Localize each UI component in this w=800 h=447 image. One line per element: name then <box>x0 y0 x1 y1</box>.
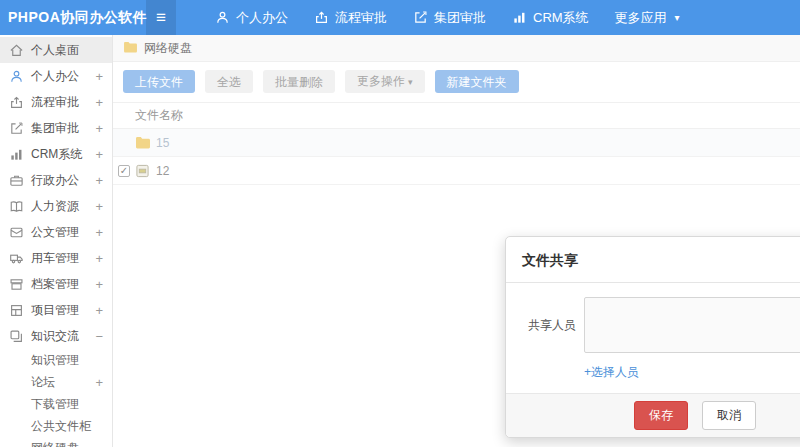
sidebar-item-label: 档案管理 <box>31 276 79 293</box>
expand-toggle[interactable]: + <box>95 303 103 318</box>
breadcrumb: 网络硬盘 <box>113 35 800 62</box>
expand-toggle[interactable]: + <box>95 121 103 136</box>
sidebar-item-label: 行政办公 <box>31 172 79 189</box>
column-header-filename: 文件名称 <box>135 107 183 124</box>
save-button[interactable]: 保存 <box>634 401 688 430</box>
folder-icon <box>135 136 151 150</box>
sidebar-item-admin-office[interactable]: 行政办公 + <box>0 167 112 193</box>
sidebar-item-label: 知识交流 <box>31 328 79 345</box>
topnav-personal-office[interactable]: 个人办公 <box>202 0 301 35</box>
sidebar-item-project-mgmt[interactable]: 项目管理 + <box>0 297 112 323</box>
sidebar-item-knowledge[interactable]: 知识交流 − <box>0 323 112 349</box>
expand-toggle[interactable]: + <box>95 69 103 84</box>
table-row[interactable]: 15 <box>113 129 800 157</box>
top-navigation: 个人办公 流程审批 集团审批 <box>202 0 693 35</box>
expand-toggle[interactable]: + <box>95 147 103 162</box>
topnav-group-approval[interactable]: 集团审批 <box>400 0 499 35</box>
project-icon <box>9 303 24 318</box>
sidebar-item-label: 公文管理 <box>31 224 79 241</box>
file-name-link[interactable]: 15 <box>156 136 169 150</box>
file-toolbar: 上传文件 全选 批量删除 更多操作▾ 新建文件夹 <box>113 62 800 102</box>
more-actions-label: 更多操作 <box>357 74 405 88</box>
sidebar-item-label: 人力资源 <box>31 198 79 215</box>
file-table: 文件名称 15 ✓ <box>113 102 800 185</box>
folder-icon <box>123 41 138 56</box>
sidebar-subitem-forum[interactable]: 论坛 + <box>0 371 112 393</box>
sidebar-item-hr[interactable]: 人力资源 + <box>0 193 112 219</box>
bar-chart-icon <box>512 10 527 25</box>
sidebar-subitem-public-cabinet[interactable]: 公共文件柜 <box>0 415 112 437</box>
workflow-icon <box>314 10 329 25</box>
new-folder-button[interactable]: 新建文件夹 <box>435 70 519 93</box>
sidebar-subitem-label: 论坛 <box>31 374 55 391</box>
caret-down-icon: ▾ <box>675 12 680 23</box>
sidebar-subitem-label: 下载管理 <box>31 396 79 413</box>
knowledge-icon <box>9 329 24 344</box>
workflow-icon <box>9 95 24 110</box>
share-people-label: 共享人员 <box>526 317 576 334</box>
collapse-toggle[interactable]: − <box>95 329 103 344</box>
expand-toggle[interactable]: + <box>95 375 103 390</box>
bar-chart-icon <box>9 147 24 162</box>
person-icon <box>215 10 230 25</box>
topnav-more-apps[interactable]: 更多应用 ▾ <box>602 0 693 35</box>
book-icon <box>9 199 24 214</box>
expand-toggle[interactable]: + <box>95 277 103 292</box>
sidebar-item-archive-mgmt[interactable]: 档案管理 + <box>0 271 112 297</box>
caret-down-icon: ▾ <box>408 77 413 87</box>
share-people-row: 共享人员 <box>526 297 800 353</box>
breadcrumb-label: 网络硬盘 <box>144 40 192 57</box>
sidebar-item-workflow-approval[interactable]: 流程审批 + <box>0 89 112 115</box>
sidebar-subitem-label: 公共文件柜 <box>31 418 91 435</box>
sidebar-item-group-approval[interactable]: 集团审批 + <box>0 115 112 141</box>
topnav-label: 集团审批 <box>434 9 486 27</box>
file-table-header: 文件名称 <box>113 102 800 129</box>
sidebar-subitem-network-disk[interactable]: 网络硬盘 <box>0 437 112 447</box>
topnav-label: CRM系统 <box>533 9 589 27</box>
expand-toggle[interactable]: + <box>95 225 103 240</box>
modal-title: 文件共享 <box>522 252 578 268</box>
more-actions-button[interactable]: 更多操作▾ <box>345 70 425 93</box>
sidebar-subitem-knowledge-mgmt[interactable]: 知识管理 <box>0 349 112 371</box>
modal-header: 文件共享 <box>506 237 800 283</box>
zip-file-icon <box>135 164 151 178</box>
sidebar-item-label: 用车管理 <box>31 250 79 267</box>
sidebar-item-label: 个人桌面 <box>31 42 79 59</box>
document-icon <box>9 225 24 240</box>
archive-icon <box>9 277 24 292</box>
table-row[interactable]: ✓ 12 <box>113 157 800 185</box>
file-share-modal: 文件共享 共享人员 +选择人员 保存 取消 <box>505 236 800 438</box>
select-people-link[interactable]: +选择人员 <box>584 365 639 379</box>
edit-icon <box>9 121 24 136</box>
sidebar-item-personal-office[interactable]: 个人办公 + <box>0 63 112 89</box>
sidebar-item-label: 个人办公 <box>31 68 79 85</box>
file-name-link[interactable]: 12 <box>156 164 169 178</box>
sidebar-item-crm[interactable]: CRM系统 + <box>0 141 112 167</box>
topnav-crm[interactable]: CRM系统 <box>499 0 602 35</box>
sidebar-item-personal-desktop[interactable]: 个人桌面 <box>0 37 112 63</box>
expand-toggle[interactable]: + <box>95 199 103 214</box>
sidebar-item-document-mgmt[interactable]: 公文管理 + <box>0 219 112 245</box>
expand-toggle[interactable]: + <box>95 95 103 110</box>
share-people-textarea[interactable] <box>584 297 800 353</box>
sidebar-item-label: 流程审批 <box>31 94 79 111</box>
topnav-workflow-approval[interactable]: 流程审批 <box>301 0 400 35</box>
briefcase-icon <box>9 173 24 188</box>
sidebar-item-vehicle-mgmt[interactable]: 用车管理 + <box>0 245 112 271</box>
modal-footer: 保存 取消 <box>506 393 800 437</box>
sidebar-toggle-button[interactable]: ≡ <box>146 0 176 35</box>
topnav-label: 流程审批 <box>335 9 387 27</box>
select-all-button[interactable]: 全选 <box>205 70 253 93</box>
sidebar: 个人桌面 个人办公 + 流程审批 + <box>0 35 113 447</box>
topnav-label: 个人办公 <box>236 9 288 27</box>
sidebar-item-label: 项目管理 <box>31 302 79 319</box>
expand-toggle[interactable]: + <box>95 251 103 266</box>
check-icon: ✓ <box>120 166 128 176</box>
sidebar-subitem-download-mgmt[interactable]: 下载管理 <box>0 393 112 415</box>
batch-delete-button[interactable]: 批量删除 <box>263 70 335 93</box>
upload-file-button[interactable]: 上传文件 <box>123 70 195 93</box>
expand-toggle[interactable]: + <box>95 173 103 188</box>
sidebar-subitem-label: 知识管理 <box>31 352 79 369</box>
cancel-button[interactable]: 取消 <box>702 401 756 430</box>
row-checkbox-checked[interactable]: ✓ <box>118 165 130 177</box>
